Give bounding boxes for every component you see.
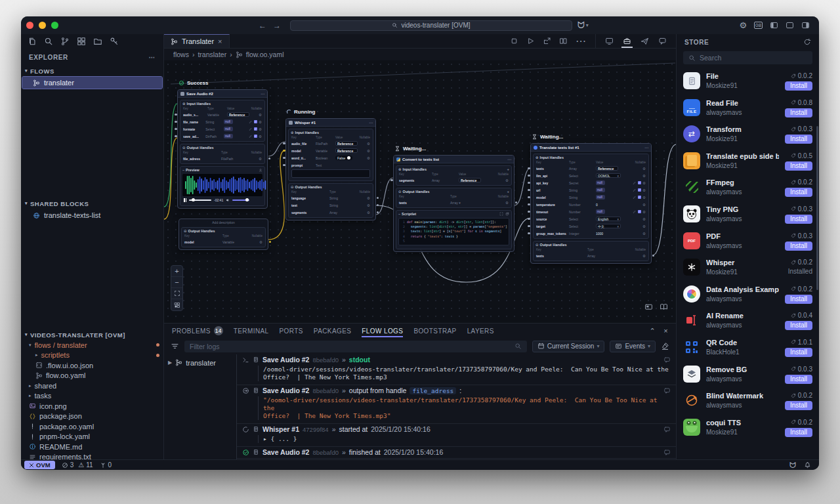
install-button[interactable]: Install xyxy=(785,348,812,357)
store-item-data-analysis-examples[interactable]: Data Analysis Examplesalwaysmavs0.0.2Ins… xyxy=(677,282,819,308)
node-translate[interactable]: Translate texts list #1⋯⊕Input HandlesKe… xyxy=(530,143,652,264)
param-row-model[interactable]: modelVariableReference⚙ xyxy=(289,147,373,154)
layout-badge-icon[interactable]: 08 xyxy=(754,22,763,29)
zoom-in-button[interactable]: + xyxy=(171,266,182,277)
param-row-audio_s...[interactable]: audio_s...VariableReference⚙ xyxy=(180,111,264,118)
install-button[interactable]: Install xyxy=(785,161,812,171)
output-row-model[interactable]: modelVariable⚙ xyxy=(182,238,265,245)
bell-icon[interactable] xyxy=(804,461,811,469)
gear-icon[interactable]: ⚙ xyxy=(642,188,646,192)
panel-tab-ports[interactable]: PORTS xyxy=(280,324,303,338)
store-item-transform[interactable]: ⇄TransformMoskize910.0.3Install xyxy=(677,121,819,148)
fit-view-button[interactable] xyxy=(171,288,182,299)
param-row-save_ad...[interactable]: save_ad...DirPathnull✓⚙ xyxy=(180,133,264,140)
log-entry[interactable]: Save Audio #28bebafd0»output from handle… xyxy=(237,385,676,424)
log-entry[interactable]: Save Audio #28bebafd0»stdout/oomol-drive… xyxy=(237,354,676,385)
files-icon[interactable] xyxy=(28,37,37,46)
download-icon[interactable] xyxy=(259,168,262,172)
param-row-segments[interactable]: segmentsArrayReference⚙ xyxy=(396,177,511,184)
edit-icon[interactable] xyxy=(249,127,253,131)
store-item-tiny-png[interactable]: Tiny PNGalwaysmavs0.0.3Install xyxy=(677,201,819,228)
node-more-icon[interactable]: ⋯ xyxy=(369,120,373,125)
gear-icon[interactable]: ⚙ xyxy=(505,178,509,182)
node-model-node[interactable]: Add description⊖Output HandlesKeyTypeNul… xyxy=(178,219,268,250)
tab-close-icon[interactable]: × xyxy=(218,37,222,45)
node-more-icon[interactable]: ⋯ xyxy=(507,157,511,161)
edit-icon[interactable] xyxy=(249,135,253,138)
output-row-texts[interactable]: textsArray ▾⚙ xyxy=(396,199,511,206)
gear-icon[interactable]: ⚙ xyxy=(259,240,262,244)
file-tree-item[interactable]: requirements.txt xyxy=(21,452,163,460)
install-button[interactable]: Install xyxy=(785,321,812,330)
session-filter-dropdown[interactable]: Current Session ▾ xyxy=(532,341,605,352)
log-entry[interactable]: Whisper #147299f84»started at2025/1/20 1… xyxy=(237,424,676,447)
nullable-checkbox[interactable]: ✓ xyxy=(638,188,642,192)
problems-status[interactable]: 3 ⚠ 11 xyxy=(62,461,93,469)
minimap-icon[interactable] xyxy=(644,303,653,311)
store-item-file[interactable]: FileMoskize910.0.2Install xyxy=(677,68,819,95)
store-scrollbar[interactable] xyxy=(816,126,818,290)
comment-icon[interactable] xyxy=(663,387,671,394)
breadcrumb-item[interactable]: translater xyxy=(198,51,226,58)
export-icon[interactable] xyxy=(543,37,551,45)
install-button[interactable]: Install xyxy=(785,135,812,144)
node-whisper[interactable]: Whisper #1⋯⊕Input HandlesKeyTypeValueNul… xyxy=(285,118,376,220)
store-item-ai-rename[interactable]: AI Renamealwaysmavs0.0.4Install xyxy=(677,308,819,335)
param-row-source[interactable]: sourceSelectEnglish▾⚙ xyxy=(534,215,648,222)
install-button[interactable]: Install xyxy=(785,188,812,197)
split-editor-icon[interactable] xyxy=(559,37,568,45)
clear-logs-icon[interactable] xyxy=(661,342,669,350)
flow-item-translater[interactable]: translater xyxy=(22,77,162,89)
nullable-checkbox[interactable]: ✓ xyxy=(254,127,258,131)
toggle-left-panel-icon[interactable] xyxy=(770,21,778,30)
gear-icon[interactable]: ⚙ xyxy=(642,210,646,214)
zoom-out-button[interactable]: − xyxy=(171,277,182,288)
source-control-icon[interactable] xyxy=(60,37,70,46)
add-description-label[interactable]: Add description xyxy=(179,219,268,225)
node-header[interactable]: Save Audio #2⋯ xyxy=(178,90,267,98)
param-row-prompt[interactable]: promptText xyxy=(289,161,373,169)
node-header[interactable]: Whisper #1⋯ xyxy=(286,119,375,127)
node-more-icon[interactable]: ⋯ xyxy=(644,145,648,150)
file-tree-item[interactable]: icon.png xyxy=(21,401,163,411)
filter-list-icon[interactable] xyxy=(171,342,179,350)
store-item-coqui-tts[interactable]: coqui TTSMoskize910.0.2Install xyxy=(677,415,819,442)
param-row-target[interactable]: targetSelect中文▾⚙ xyxy=(534,222,648,230)
flow-canvas[interactable]: SuccessSave Audio #2⋯⊕Input HandlesKeyTy… xyxy=(164,60,676,323)
node-header[interactable]: Convert to texts list⋯ xyxy=(394,156,514,163)
close-panel-icon[interactable]: × xyxy=(663,327,668,335)
refresh-icon[interactable] xyxy=(803,38,811,46)
gear-icon[interactable]: ⚙ xyxy=(642,196,646,200)
gear-icon[interactable]: ⚙ xyxy=(642,174,646,178)
output-row-language[interactable]: languageString⚙ xyxy=(289,194,373,201)
flows-section-header[interactable]: ▾FLOWS xyxy=(21,66,163,76)
more-icon[interactable]: ⋯ xyxy=(576,35,586,47)
panel-tab-layers[interactable]: LAYERS xyxy=(467,324,494,338)
events-filter-dropdown[interactable]: Events ▾ xyxy=(610,341,656,352)
nullable-checkbox[interactable]: ✓ xyxy=(254,135,258,138)
progress-slider[interactable] xyxy=(189,200,211,201)
breadcrumb-item[interactable]: flow.oo.yaml xyxy=(246,51,284,58)
comment-icon[interactable] xyxy=(663,426,671,433)
store-item-read-file[interactable]: FILERead Filealwaysmavs0.0.8Install xyxy=(677,95,819,122)
gear-icon[interactable]: ⚙ xyxy=(367,203,370,207)
preview-icon[interactable] xyxy=(605,34,614,48)
param-row-audio_file[interactable]: audio_fileFilePathReference⚙ xyxy=(289,140,373,147)
store-item-ffmpeg[interactable]: FFmpegalwaysmavs0.0.2Install xyxy=(677,175,819,201)
key-icon[interactable] xyxy=(110,37,119,46)
panel-tab-packages[interactable]: PACKAGES xyxy=(314,324,351,338)
open-editor-icon[interactable] xyxy=(505,212,509,216)
param-row-url[interactable]: urlStringnull✓⚙ xyxy=(534,186,648,194)
toggle-bottom-panel-icon[interactable] xyxy=(786,21,794,30)
gear-icon[interactable]: ⚙ xyxy=(505,201,509,205)
volume-icon[interactable] xyxy=(226,198,230,202)
node-more-icon[interactable]: ⋯ xyxy=(261,91,264,96)
nullable-checkbox[interactable]: ✓ xyxy=(638,181,642,185)
gear-icon[interactable]: ⚙ xyxy=(259,127,262,131)
gear-icon[interactable]: ⚙ xyxy=(259,157,262,161)
install-button[interactable]: Install xyxy=(785,108,812,117)
traffic-minimize-button[interactable] xyxy=(39,22,46,29)
install-button[interactable]: Install xyxy=(785,242,812,251)
account-menu[interactable]: ᗢ ▾ xyxy=(578,20,589,31)
cat-icon[interactable]: ᗢ xyxy=(789,461,796,470)
